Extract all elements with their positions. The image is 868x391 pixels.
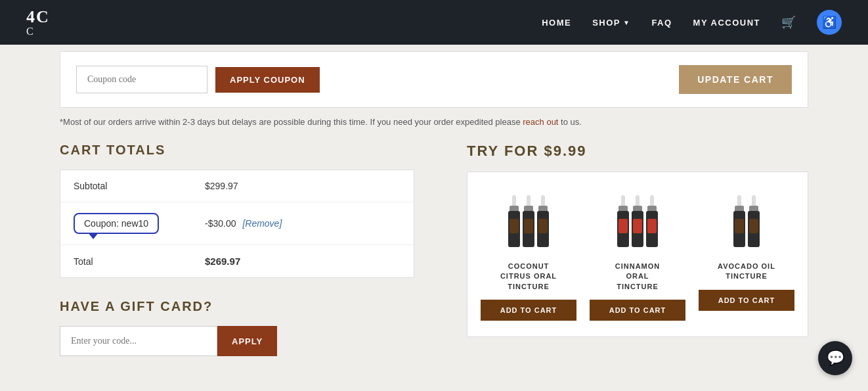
cart-totals-title: CART TOTALS (60, 143, 441, 158)
info-text: *Most of our orders arrive within 2-3 da… (60, 117, 808, 127)
apply-coupon-button[interactable]: APPLY COUPON (215, 67, 320, 93)
reach-out-link[interactable]: reach out (523, 117, 558, 127)
right-column: TRY FOR $9.99 (467, 143, 808, 356)
coupon-section: APPLY COUPON UPDATE CART (60, 51, 808, 108)
cap-icon (647, 206, 657, 211)
chat-button[interactable]: 💬 (818, 341, 852, 375)
cart-totals-table: Subtotal $299.97 Coupon: new10 -$30.00 [… (60, 170, 414, 278)
accessibility-icon: ♿ (822, 15, 836, 30)
product-item-coconut: COCONUTCITRUS ORALTINCTURE ADD TO CART (481, 188, 576, 321)
nav-my-account[interactable]: MY ACCOUNT (693, 18, 760, 28)
cap-icon (749, 206, 758, 211)
bottle-group-cinnamon (617, 195, 658, 247)
cap-icon (618, 206, 628, 211)
nav-home[interactable]: HOME (542, 18, 571, 28)
bottle-body (508, 211, 520, 247)
add-to-cart-coconut-button[interactable]: ADD TO CART (481, 300, 576, 321)
dropper-icon (752, 195, 756, 206)
add-to-cart-avocado-button[interactable]: ADD TO CART (699, 290, 794, 311)
dropper-icon (650, 195, 654, 206)
bottle-1 (617, 195, 629, 247)
dropper-icon (636, 195, 640, 206)
bottle-1 (508, 195, 520, 247)
cap-icon (633, 206, 642, 211)
product-image-avocado (717, 188, 776, 254)
total-label: Total (74, 256, 205, 267)
chat-icon: 💬 (827, 350, 844, 367)
product-item-avocado: AVOCADO OILTINCTURE ADD TO CART (699, 188, 794, 321)
gift-card-section: HAVE A GIFT CARD? APPLY (60, 299, 441, 356)
remove-coupon-link[interactable]: [Remove] (242, 218, 282, 229)
dropper-icon (512, 195, 516, 206)
coupon-input[interactable] (76, 66, 207, 93)
bottle-2 (748, 195, 760, 247)
dropper-icon (541, 195, 545, 206)
coupon-row-label: Coupon: new10 (74, 213, 205, 234)
dropper-icon (737, 195, 741, 206)
total-value: $269.97 (205, 256, 240, 267)
gift-input-row: APPLY (60, 326, 441, 356)
main-content: APPLY COUPON UPDATE CART *Most of our or… (47, 51, 821, 356)
try-section-title: TRY FOR $9.99 (467, 143, 808, 160)
logo-line2: C (26, 26, 35, 37)
left-column: CART TOTALS Subtotal $299.97 Coupon: new… (60, 143, 441, 356)
bottle-body (523, 211, 534, 247)
bottle-body (733, 211, 745, 247)
two-col-layout: CART TOTALS Subtotal $299.97 Coupon: new… (60, 143, 808, 356)
gift-apply-button[interactable]: APPLY (217, 326, 277, 356)
products-row: COCONUTCITRUS ORALTINCTURE ADD TO CART (481, 188, 794, 321)
subtotal-value: $299.97 (205, 181, 238, 191)
bottle-1 (733, 195, 745, 247)
bottle-3 (537, 195, 549, 247)
nav-shop[interactable]: SHOP ▼ (592, 18, 630, 28)
products-card: COCONUTCITRUS ORALTINCTURE ADD TO CART (467, 172, 808, 337)
total-row: Total $269.97 (60, 245, 414, 277)
cap-icon (510, 206, 519, 211)
product-item-cinnamon: CINNAMONORALTINCTURE ADD TO CART (590, 188, 685, 321)
bottle-2 (632, 195, 643, 247)
logo-line1: 4C (26, 8, 50, 27)
navbar: 4C C HOME SHOP ▼ FAQ MY ACCOUNT 🛒 ♿ (0, 0, 868, 45)
coupon-badge: Coupon: new10 (74, 213, 159, 234)
coupon-row: Coupon: new10 -$30.00 [Remove] (60, 202, 414, 245)
dropper-icon (527, 195, 531, 206)
product-image-coconut (499, 188, 558, 254)
nav-faq[interactable]: FAQ (651, 18, 672, 28)
product-name-coconut: COCONUTCITRUS ORALTINCTURE (500, 262, 557, 292)
product-image-cinnamon (608, 188, 667, 254)
subtotal-label: Subtotal (74, 181, 205, 191)
gift-card-input[interactable] (60, 326, 217, 356)
info-text-main: *Most of our orders arrive within 2-3 da… (60, 117, 521, 127)
product-name-avocado: AVOCADO OILTINCTURE (718, 262, 775, 282)
bottle-body (632, 211, 643, 247)
gift-card-title: HAVE A GIFT CARD? (60, 299, 441, 314)
chevron-down-icon: ▼ (623, 19, 630, 26)
product-name-cinnamon: CINNAMONORALTINCTURE (615, 262, 661, 292)
bottle-body (617, 211, 629, 247)
add-to-cart-cinnamon-button[interactable]: ADD TO CART (590, 300, 685, 321)
logo[interactable]: 4C C (26, 8, 50, 37)
cart-icon[interactable]: 🛒 (781, 15, 796, 30)
cap-icon (538, 206, 548, 211)
coupon-discount-value: -$30.00 [Remove] (205, 218, 282, 229)
bottle-group-avocado (733, 195, 760, 247)
bottle-2 (523, 195, 534, 247)
nav-links: HOME SHOP ▼ FAQ MY ACCOUNT 🛒 ♿ (542, 10, 842, 35)
subtotal-row: Subtotal $299.97 (60, 170, 414, 202)
accessibility-button[interactable]: ♿ (817, 10, 842, 35)
bottle-body (646, 211, 658, 247)
dropper-icon (621, 195, 625, 206)
bottle-3 (646, 195, 658, 247)
info-text-end: to us. (561, 117, 582, 127)
update-cart-button[interactable]: UPDATE CART (679, 65, 792, 94)
bottle-body (748, 211, 760, 247)
cap-icon (735, 206, 744, 211)
bottle-body (537, 211, 549, 247)
bottle-group-coconut (508, 195, 549, 247)
coupon-left: APPLY COUPON (76, 66, 320, 93)
cap-icon (524, 206, 533, 211)
